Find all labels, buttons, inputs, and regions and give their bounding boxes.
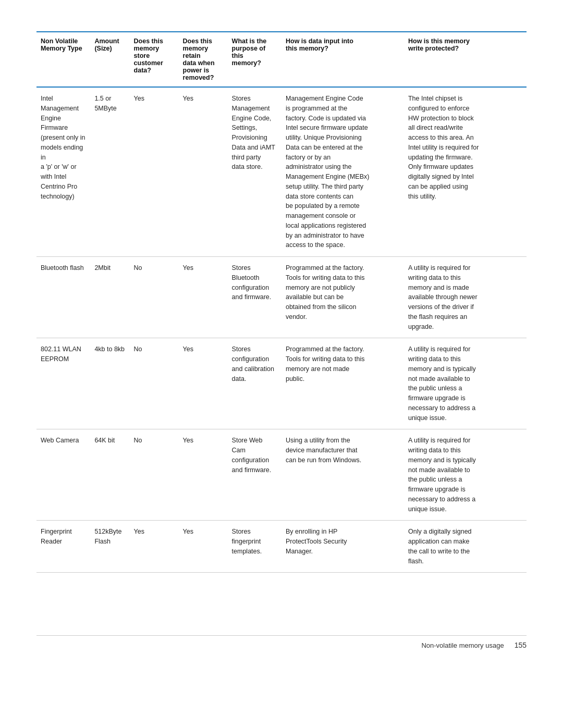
col-header-input: How is data input intothis memory?: [282, 32, 404, 87]
cell-type: 802.11 WLANEEPROM: [36, 338, 90, 429]
cell-store: Yes: [130, 87, 179, 257]
cell-retain: Yes: [179, 521, 228, 573]
cell-amount: 512kByteFlash: [90, 521, 129, 573]
cell-input: Using a utility from thedevice manufactu…: [282, 429, 404, 521]
table-row: Web Camera64K bitNoYesStore WebCamconfig…: [36, 429, 527, 521]
page-number: 155: [515, 641, 527, 649]
col-header-memory-type: Non VolatileMemory Type: [36, 32, 90, 87]
cell-retain: Yes: [179, 87, 228, 257]
table-row: IntelManagementEngine Firmware(present o…: [36, 87, 527, 257]
cell-purpose: Store WebCamconfigurationand firmware.: [228, 429, 282, 521]
cell-type: IntelManagementEngine Firmware(present o…: [36, 87, 90, 257]
cell-store: Yes: [130, 521, 179, 573]
cell-store: No: [130, 429, 179, 521]
cell-purpose: Storesfingerprinttemplates.: [228, 521, 282, 573]
col-header-store: Does thismemorystorecustomerdata?: [130, 32, 179, 87]
cell-amount: 64K bit: [90, 429, 129, 521]
cell-input: By enrolling in HPProtectTools SecurityM…: [282, 521, 404, 573]
cell-protected: Only a digitally signedapplication can m…: [404, 521, 527, 573]
cell-purpose: StoresBluetoothconfigurationand firmware…: [228, 257, 282, 338]
cell-protected: A utility is required forwriting data to…: [404, 257, 527, 338]
table-header-row: Non VolatileMemory Type Amount(Size) Doe…: [36, 32, 527, 87]
page-container: Non VolatileMemory Type Amount(Size) Doe…: [36, 31, 527, 649]
cell-protected: A utility is required forwriting data to…: [404, 338, 527, 429]
col-header-purpose: What is thepurpose ofthismemory?: [228, 32, 282, 87]
cell-purpose: Storesconfigurationand calibrationdata.: [228, 338, 282, 429]
table-row: FingerprintReader512kByteFlashYesYesStor…: [36, 521, 527, 573]
footer-label: Non-volatile memory usage: [421, 641, 504, 649]
cell-retain: Yes: [179, 338, 228, 429]
table-row: Bluetooth flash2MbitNoYesStoresBluetooth…: [36, 257, 527, 338]
cell-protected: A utility is required forwriting data to…: [404, 429, 527, 521]
cell-input: Programmed at the factory.Tools for writ…: [282, 338, 404, 429]
cell-retain: Yes: [179, 429, 228, 521]
cell-protected: The Intel chipset isconfigured to enforc…: [404, 87, 527, 257]
cell-store: No: [130, 338, 179, 429]
cell-retain: Yes: [179, 257, 228, 338]
col-header-retain: Does thismemoryretaindata whenpower isre…: [179, 32, 228, 87]
col-header-amount: Amount(Size): [90, 32, 129, 87]
cell-purpose: StoresManagementEngine Code,Settings,Pro…: [228, 87, 282, 257]
page-footer: Non-volatile memory usage 155: [36, 635, 527, 649]
cell-type: Web Camera: [36, 429, 90, 521]
cell-amount: 1.5 or5MByte: [90, 87, 129, 257]
cell-type: FingerprintReader: [36, 521, 90, 573]
cell-store: No: [130, 257, 179, 338]
cell-amount: 4kb to 8kb: [90, 338, 129, 429]
memory-table: Non VolatileMemory Type Amount(Size) Doe…: [36, 31, 527, 573]
cell-amount: 2Mbit: [90, 257, 129, 338]
table-row: 802.11 WLANEEPROM4kb to 8kbNoYesStoresco…: [36, 338, 527, 429]
col-header-protected: How is this memorywrite protected?: [404, 32, 527, 87]
cell-input: Management Engine Codeis programmed at t…: [282, 87, 404, 257]
cell-type: Bluetooth flash: [36, 257, 90, 338]
cell-input: Programmed at the factory.Tools for writ…: [282, 257, 404, 338]
